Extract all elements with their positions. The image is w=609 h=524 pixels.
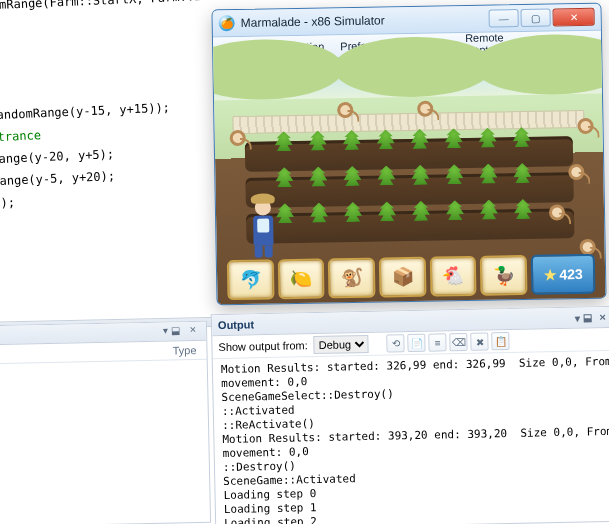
monkey-sprite: [227, 130, 249, 154]
game-viewport[interactable]: 🐬🍋🐒📦🐔🦆★423: [213, 54, 605, 306]
game-toolbar: 🐬🍋🐒📦🐔🦆★423: [227, 254, 596, 300]
toolbar-slot-3[interactable]: 📦: [379, 257, 426, 298]
output-toolbar-button-2[interactable]: ≡: [429, 333, 447, 351]
toolbar-slot-2[interactable]: 🐒: [328, 258, 375, 299]
output-source-label: Show output from:: [218, 339, 308, 353]
toolbar-slot-5[interactable]: 🦆: [480, 255, 527, 296]
monkey-sprite: [574, 118, 596, 142]
score-badge: ★423: [531, 254, 596, 295]
maximize-button[interactable]: ▢: [520, 9, 550, 28]
simulator-window: 🍊 Marmalade - x86 Simulator — ▢ ✕ FileCo…: [211, 3, 606, 306]
app-icon: 🍊: [219, 15, 235, 31]
output-source-select[interactable]: Debug: [314, 335, 369, 354]
toolbar-slot-0[interactable]: 🐬: [227, 259, 274, 300]
output-toolbar-button-4[interactable]: ✖: [471, 332, 489, 350]
monkey-sprite: [414, 101, 436, 125]
monkey-sprite: [546, 204, 568, 228]
output-toolbar-button-5[interactable]: 📋: [492, 332, 510, 350]
monkey-sprite: [565, 164, 587, 188]
output-toolbar-button-0[interactable]: ⟲: [387, 334, 405, 352]
toolbar-slot-4[interactable]: 🐔: [429, 256, 476, 297]
output-log[interactable]: Motion Results: started: 326,99 end: 326…: [213, 351, 609, 524]
output-toolbar-button-1[interactable]: 📄: [408, 334, 426, 352]
star-icon: ★: [543, 266, 556, 282]
fence: [232, 110, 584, 134]
toolbar-slot-1[interactable]: 🍋: [277, 258, 324, 299]
output-tab-label: Output: [218, 318, 254, 331]
window-title: Marmalade - x86 Simulator: [241, 12, 487, 30]
code-editor-fragment: .RandomRange(Farm::StartX, Farm::E ity.R…: [0, 0, 225, 216]
pin-icon[interactable]: ▾ ⬓: [163, 324, 180, 335]
minimize-button[interactable]: —: [488, 9, 518, 28]
output-panel: Output ▾ ⬓ × Show output from: Debug ⟲📄≡…: [211, 306, 609, 524]
close-icon[interactable]: ×: [599, 311, 606, 323]
left-tool-panel: ▾ ⬓ × Type: [0, 321, 211, 524]
close-icon[interactable]: ×: [189, 323, 196, 335]
close-button[interactable]: ✕: [552, 8, 594, 27]
monkey-sprite: [334, 102, 356, 126]
output-toolbar-button-3[interactable]: ⌫: [450, 333, 468, 351]
farmer-sprite: [246, 199, 281, 260]
pin-icon[interactable]: ▾ ⬓: [575, 312, 592, 323]
